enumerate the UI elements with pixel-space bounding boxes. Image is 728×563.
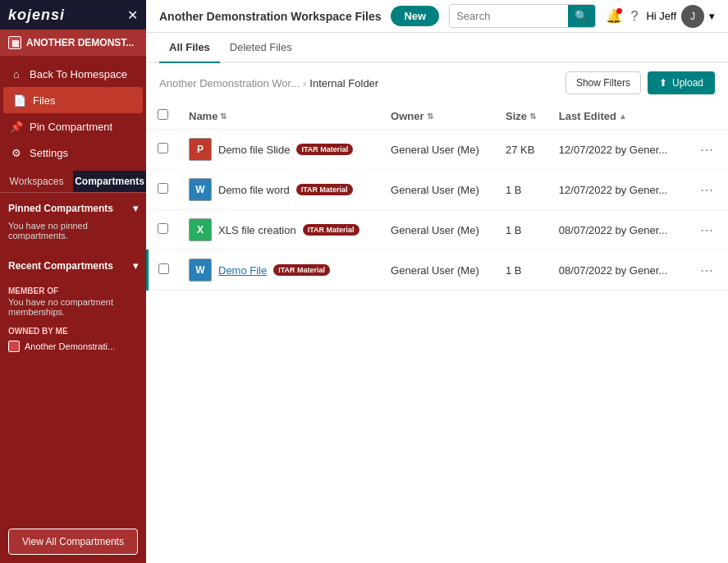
pin-icon: 📌 [10,120,23,133]
pinned-compartments-empty: You have no pinned compartments. [8,217,138,244]
pinned-compartments-header[interactable]: Pinned Compartments ▾ [8,199,138,217]
tab-compartments[interactable]: Compartments [73,171,146,192]
file-row-name: P Demo file Slide ITAR Material [189,138,371,161]
sidebar-tabs: Workspaces Compartments [0,171,146,193]
row-checkbox[interactable] [158,183,168,194]
member-of-section: MEMBER OF You have no compartment member… [0,282,146,322]
recent-compartments-header[interactable]: Recent Compartments ▾ [8,257,138,275]
file-name: Demo file Slide [218,144,290,156]
close-sidebar-button[interactable]: ✕ [127,7,138,23]
sidebar-item-label: Files [33,94,55,107]
sidebar-header: kojensi ✕ [0,0,146,30]
toolbar-buttons: Show Filters ⬆ Upload [565,71,715,94]
sort-asc-icon: ⇅ [220,112,227,121]
column-size-sort[interactable]: Size ⇅ [506,110,536,122]
recent-compartments-section: Recent Compartments ▾ [0,250,146,282]
notification-dot [616,8,622,14]
file-owner: General User (Me) [381,250,496,291]
select-all-checkbox[interactable] [158,109,168,120]
itar-badge: ITAR Material [273,264,330,276]
itar-badge: ITAR Material [296,184,353,195]
show-filters-button[interactable]: Show Filters [565,71,641,94]
main-content: Another Demonstration Workspace Files Ne… [146,0,728,563]
tab-deleted-files[interactable]: Deleted Files [220,33,302,63]
workspace-banner[interactable]: ▦ ANOTHER DEMONST... [0,30,146,56]
file-size: 1 B [496,170,549,210]
breadcrumb: Another Demonstration Wor... › Internal … [159,77,378,89]
owned-item[interactable]: Another Demonstrati... [8,337,138,355]
breadcrumb-separator: › [303,77,306,89]
itar-badge: ITAR Material [296,144,353,155]
file-icon: 📄 [13,94,26,107]
sidebar-item-label: Settings [30,147,68,159]
more-options-button[interactable]: ⋯ [695,221,718,240]
breadcrumb-bar: Another Demonstration Wor... › Internal … [146,63,728,103]
row-checkbox[interactable] [158,263,169,274]
more-options-button[interactable]: ⋯ [695,140,718,159]
file-last-edited: 08/07/2022 by Gener... [549,210,685,250]
sidebar-item-label: Pin Compartment [30,121,112,133]
owned-item-label: Another Demonstrati... [25,341,115,351]
file-owner: General User (Me) [381,210,496,250]
file-last-edited: 08/07/2022 by Gener... [549,250,685,291]
breadcrumb-current: Internal Folder [309,77,378,89]
sort-icon: ⇅ [427,112,433,121]
sidebar: kojensi ✕ ▦ ANOTHER DEMONST... ⌂ Back To… [0,0,146,563]
sidebar-item-pin[interactable]: 📌 Pin Compartment [0,113,146,140]
file-name-link[interactable]: Demo File [218,264,267,277]
tab-workspaces[interactable]: Workspaces [0,171,73,192]
itar-badge: ITAR Material [303,224,359,236]
home-icon: ⌂ [10,67,23,80]
file-owner: General User (Me) [381,130,496,170]
user-info[interactable]: Hi Jeff J ▾ [646,5,715,28]
sidebar-item-settings[interactable]: ⚙ Settings [0,140,146,166]
table-row: W Demo File ITAR Material General User (… [148,250,729,291]
topbar-title: Another Demonstration Workspace Files [159,10,381,23]
search-bar: 🔍 [449,4,596,28]
file-type-icon: P [189,138,212,161]
owned-by-label: OWNED BY ME [8,327,138,336]
topbar: Another Demonstration Workspace Files Ne… [146,0,728,33]
file-name: XLS file creation [218,224,296,236]
column-owner-sort[interactable]: Owner ⇅ [391,110,433,122]
file-row-name: X XLS file creation ITAR Material [189,218,371,241]
sort-desc-icon: ▲ [619,112,627,121]
table-row: W Demo file word ITAR Material General U… [148,170,729,210]
member-of-label: MEMBER OF [8,286,138,295]
workspace-icon: ▦ [8,36,21,49]
breadcrumb-parent[interactable]: Another Demonstration Wor... [159,77,300,89]
tab-all-files[interactable]: All Files [159,33,220,63]
file-table: Name ⇅ Owner ⇅ Size ⇅ [146,103,728,291]
help-button[interactable]: ? [630,9,638,24]
file-last-edited: 12/07/2022 by Gener... [549,130,685,170]
file-owner: General User (Me) [381,170,496,210]
new-button[interactable]: New [391,6,439,26]
view-all-compartments-button[interactable]: View All Compartments [8,529,138,555]
more-options-button[interactable]: ⋯ [695,181,718,199]
sidebar-item-files[interactable]: 📄 Files [3,87,143,113]
owned-by-me-section: OWNED BY ME Another Demonstrati... [0,322,146,360]
upload-button[interactable]: ⬆ Upload [648,71,715,94]
file-size: 27 KB [496,130,549,170]
owned-item-icon [8,341,20,352]
search-button[interactable]: 🔍 [568,5,595,27]
topbar-right: 🔔 ? Hi Jeff J ▾ [606,5,715,28]
upload-icon: ⬆ [659,77,667,89]
avatar: J [681,5,704,28]
more-options-button[interactable]: ⋯ [695,261,718,280]
row-checkbox[interactable] [158,223,168,234]
user-menu-chevron: ▾ [709,10,715,22]
file-row-name: W Demo file word ITAR Material [189,178,371,201]
member-of-text: You have no compartment memberships. [8,297,138,317]
search-input[interactable] [450,6,568,26]
chevron-down-icon: ▾ [133,260,138,272]
file-last-edited: 12/07/2022 by Gener... [549,170,685,210]
pinned-compartments-section: Pinned Compartments ▾ You have no pinned… [0,193,146,250]
column-last-edited-sort[interactable]: Last Edited ▲ [559,110,627,122]
notification-button[interactable]: 🔔 [606,8,622,24]
row-checkbox[interactable] [158,143,168,153]
sidebar-item-label: Back To Homespace [30,68,127,80]
column-name-sort[interactable]: Name ⇅ [189,110,227,122]
file-type-icon: W [189,259,212,282]
sidebar-item-back[interactable]: ⌂ Back To Homespace [0,61,146,87]
